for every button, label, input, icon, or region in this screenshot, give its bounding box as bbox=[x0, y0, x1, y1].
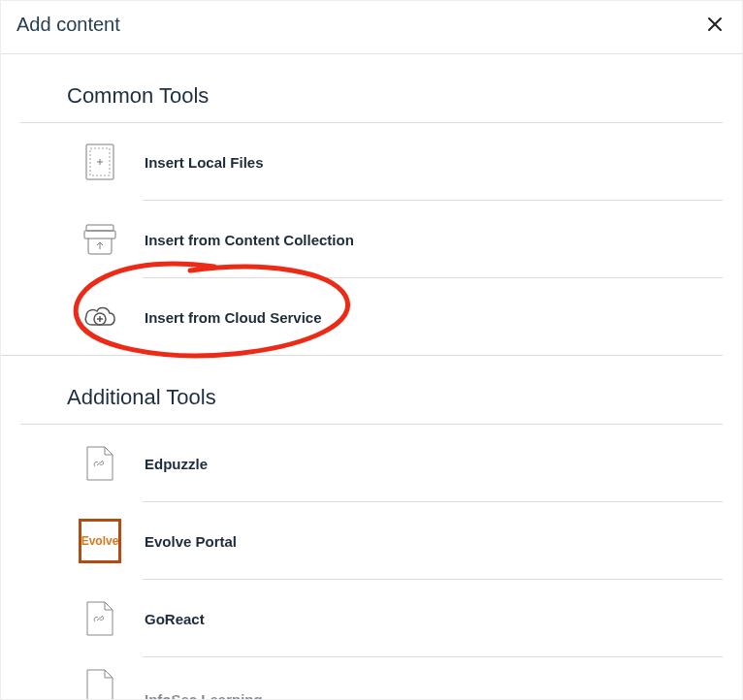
content-collection-icon bbox=[79, 218, 121, 261]
tool-goreact[interactable]: GoReact bbox=[20, 580, 723, 657]
tool-evolve-portal[interactable]: Evolve Evolve Portal bbox=[20, 502, 723, 580]
dialog-header: Add content bbox=[1, 1, 742, 54]
section-heading-additional: Additional Tools bbox=[20, 385, 723, 425]
dialog-title: Add content bbox=[16, 14, 120, 36]
tool-insert-content-collection[interactable]: Insert from Content Collection bbox=[20, 201, 723, 278]
tool-label: InfoSec Learning bbox=[145, 691, 263, 700]
section-common-tools: Common Tools Insert Local Files bbox=[20, 83, 723, 356]
document-link-icon bbox=[79, 665, 121, 700]
svg-rect-5 bbox=[84, 231, 115, 239]
tool-label: Edpuzzle bbox=[145, 456, 208, 472]
document-link-icon bbox=[79, 442, 121, 485]
section-heading-common: Common Tools bbox=[20, 83, 723, 123]
common-tools-list: Insert Local Files Insert from Content C… bbox=[20, 123, 723, 356]
evolve-badge-text: Evolve bbox=[79, 519, 122, 563]
file-icon bbox=[79, 141, 121, 183]
tool-edpuzzle[interactable]: Edpuzzle bbox=[20, 425, 723, 502]
divider bbox=[1, 355, 723, 356]
tool-label: Insert Local Files bbox=[145, 154, 264, 171]
svg-rect-4 bbox=[86, 225, 113, 231]
close-icon bbox=[707, 16, 723, 32]
tool-label: Insert from Cloud Service bbox=[145, 309, 322, 326]
section-additional-tools: Additional Tools Edpuzzle Evolve Evolve bbox=[20, 385, 723, 700]
evolve-icon: Evolve bbox=[79, 520, 121, 562]
tool-label: Insert from Content Collection bbox=[145, 232, 354, 248]
additional-tools-list: Edpuzzle Evolve Evolve Portal bbox=[20, 425, 723, 700]
tool-insert-local-files[interactable]: Insert Local Files bbox=[20, 123, 723, 201]
tool-infosec-learning[interactable]: InfoSec Learning bbox=[20, 657, 723, 700]
dialog-body: Common Tools Insert Local Files bbox=[1, 54, 742, 700]
cloud-plus-icon bbox=[79, 296, 121, 338]
tool-label: GoReact bbox=[145, 611, 205, 627]
document-link-icon bbox=[79, 597, 121, 640]
close-button[interactable] bbox=[703, 13, 727, 36]
tool-label: Evolve Portal bbox=[145, 533, 237, 550]
tool-insert-cloud-service[interactable]: Insert from Cloud Service bbox=[20, 278, 723, 356]
